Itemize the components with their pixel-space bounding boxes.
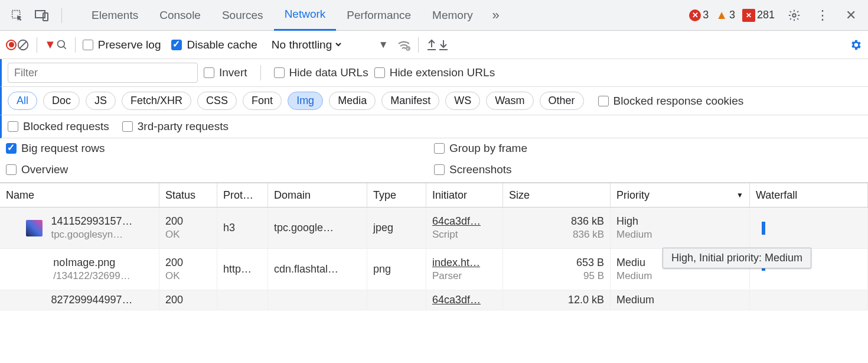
warning-count-value: 3 [729, 9, 735, 21]
search-icon[interactable] [56, 39, 68, 51]
divider [418, 37, 419, 53]
clear-icon[interactable] [17, 38, 30, 51]
col-priority[interactable]: Priority [611, 183, 750, 207]
tab-elements[interactable]: Elements [81, 0, 149, 31]
tab-sources[interactable]: Sources [211, 0, 274, 31]
svg-point-3 [792, 14, 796, 17]
col-protocol[interactable]: Prot… [217, 183, 268, 207]
more-tabs-icon[interactable]: » [486, 5, 506, 25]
blocked-cookies-label: Blocked response cookies [614, 95, 744, 108]
col-size[interactable]: Size [503, 183, 611, 207]
view-options: Big request rows Overview Group by frame… [0, 138, 868, 183]
table-row[interactable]: 827299944997… 200 64ca3df… 12.0 kB Mediu… [0, 290, 868, 310]
network-toolbar: ▼ Preserve log Disable cache No throttli… [0, 31, 868, 59]
error-count[interactable]: ✕3 [689, 9, 709, 21]
cell-type: png [367, 249, 426, 290]
filter-input[interactable] [8, 63, 198, 83]
col-name[interactable]: Name [0, 183, 159, 207]
preserve-log-label: Preserve log [98, 38, 161, 51]
kebab-icon[interactable]: ⋮ [812, 5, 833, 25]
cell-protocol: h3 [217, 208, 268, 248]
cell-status: 200OK [159, 249, 217, 290]
gear-icon[interactable] [784, 5, 804, 25]
pill-font[interactable]: Font [243, 92, 282, 110]
pill-js[interactable]: JS [86, 92, 116, 110]
overview-label: Overview [21, 163, 68, 176]
filter-icon[interactable]: ▼ [44, 38, 56, 51]
table-row[interactable]: noImage.png/134122/32699… 200OK http… cd… [0, 249, 868, 290]
filter-bar: Invert Hide data URLs Hide extension URL… [0, 59, 868, 87]
pill-media[interactable]: Media [329, 92, 376, 110]
pill-ws[interactable]: WS [445, 92, 480, 110]
device-toggle-icon[interactable] [32, 5, 52, 25]
pill-manifest[interactable]: Manifest [381, 92, 439, 110]
col-initiator[interactable]: Initiator [426, 183, 503, 207]
col-domain[interactable]: Domain [268, 183, 367, 207]
hide-data-urls-checkbox[interactable] [274, 67, 285, 78]
cell-initiator: index.ht…Parser [426, 249, 503, 290]
group-frame-label: Group by frame [449, 142, 527, 155]
error-count-value: 3 [703, 9, 709, 21]
divider [37, 37, 37, 53]
cell-initiator: 64ca3df…Script [426, 208, 503, 248]
blocked-requests-checkbox[interactable] [8, 121, 18, 132]
table-body: 141152993157…tpc.googlesyn… 200OK h3 tpc… [0, 208, 868, 310]
pill-other[interactable]: Other [540, 92, 584, 110]
table-row[interactable]: 141152993157…tpc.googlesyn… 200OK h3 tpc… [0, 208, 868, 249]
divider [75, 37, 76, 53]
overview-checkbox[interactable] [6, 164, 17, 175]
download-icon[interactable] [438, 38, 449, 51]
tab-network[interactable]: Network [274, 0, 337, 31]
cell-waterfall [750, 290, 868, 310]
col-type[interactable]: Type [367, 183, 426, 207]
cell-name: 141152993157…tpc.googlesyn… [0, 208, 159, 248]
hide-extension-urls-label: Hide extension URLs [390, 66, 495, 79]
pill-img[interactable]: Img [288, 92, 323, 110]
cell-size: 12.0 kB [503, 290, 611, 310]
blocked-cookies-checkbox[interactable] [598, 96, 609, 106]
pill-wasm[interactable]: Wasm [486, 92, 533, 110]
pill-fetch-xhr[interactable]: Fetch/XHR [122, 92, 191, 110]
pill-all[interactable]: All [8, 92, 37, 110]
col-status[interactable]: Status [159, 183, 217, 207]
tab-memory[interactable]: Memory [422, 0, 484, 31]
message-count[interactable]: ✕281 [742, 9, 775, 22]
screenshots-checkbox[interactable] [434, 164, 445, 175]
panel-tabs: Elements Console Sources Network Perform… [81, 0, 689, 31]
throttling-select[interactable]: No throttling [268, 35, 343, 54]
cell-status: 200 [159, 290, 217, 310]
cell-initiator: 64ca3df… [426, 290, 503, 310]
svg-point-6 [57, 40, 64, 47]
cell-domain [268, 290, 367, 310]
tab-performance[interactable]: Performance [336, 0, 422, 31]
cell-size: 836 kB836 kB [503, 208, 611, 248]
group-frame-checkbox[interactable] [434, 143, 445, 154]
invert-checkbox[interactable] [204, 67, 214, 78]
disable-cache-checkbox[interactable] [171, 40, 182, 50]
throttling-caret-icon[interactable]: ▼ [378, 39, 389, 51]
pill-doc[interactable]: Doc [43, 92, 80, 110]
third-party-checkbox[interactable] [122, 121, 133, 132]
network-table: Name Status Prot… Domain Type Initiator … [0, 183, 868, 310]
close-icon[interactable]: ✕ [841, 5, 861, 25]
cell-size: 653 B95 B [503, 249, 611, 290]
preserve-log-checkbox[interactable] [83, 40, 93, 50]
cell-type: jpeg [367, 208, 426, 248]
hide-extension-urls-checkbox[interactable] [374, 67, 385, 78]
svg-line-7 [63, 46, 66, 48]
cell-domain: tpc.google… [268, 208, 367, 248]
inspect-icon[interactable] [7, 5, 27, 25]
wifi-icon[interactable] [397, 38, 411, 51]
upload-icon[interactable] [426, 38, 438, 51]
settings-gear-icon[interactable] [849, 38, 862, 51]
big-rows-checkbox[interactable] [6, 143, 17, 154]
tab-console[interactable]: Console [149, 0, 211, 31]
warning-count[interactable]: ▲3 [716, 8, 735, 22]
third-party-label: 3rd-party requests [138, 120, 229, 133]
cell-priority: Medium [611, 290, 750, 310]
record-button[interactable] [6, 40, 17, 50]
table-header: Name Status Prot… Domain Type Initiator … [0, 183, 868, 208]
col-waterfall[interactable]: Waterfall [750, 183, 868, 207]
screenshots-label: Screenshots [449, 163, 512, 176]
pill-css[interactable]: CSS [197, 92, 237, 110]
